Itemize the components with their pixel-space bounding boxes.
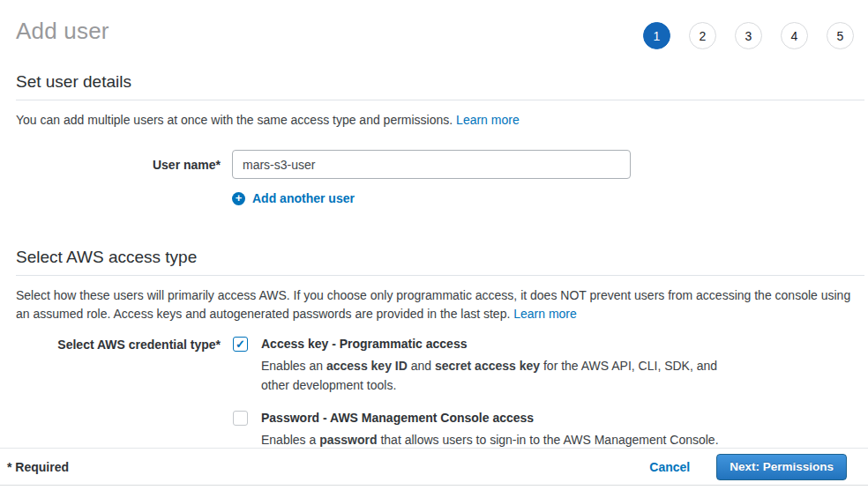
username-field-wrap	[232, 150, 631, 179]
step-1-indicator[interactable]: 1	[643, 22, 670, 49]
password-option-title: Password - AWS Management Console access	[261, 411, 719, 426]
username-input[interactable]	[232, 150, 631, 179]
wizard-header: Add user 1 2 3 4 5	[0, 0, 868, 49]
checkmark-icon: ✓	[236, 338, 245, 350]
desc-segment: and	[408, 359, 435, 373]
select-access-type-heading: Select AWS access type	[16, 248, 864, 276]
access-key-checkbox[interactable]: ✓	[233, 337, 248, 352]
credential-options: ✓ Access key - Programmatic access Enabl…	[233, 337, 737, 449]
wizard-footer: * Required Cancel Next: Permissions	[0, 448, 868, 486]
desc-segment-bold: password	[319, 433, 377, 447]
step-5-indicator[interactable]: 5	[827, 22, 854, 49]
user-details-intro-text: You can add multiple users at once with …	[16, 113, 453, 127]
cancel-button[interactable]: Cancel	[649, 460, 690, 474]
credential-type-label: Select AWS credential type*	[16, 337, 221, 449]
set-user-details-heading: Set user details	[16, 72, 864, 100]
access-key-option-body: Access key - Programmatic access Enables…	[261, 337, 737, 395]
access-type-learn-more-link[interactable]: Learn more	[513, 307, 577, 321]
username-label: User name*	[16, 150, 221, 179]
password-option: ✓ Password - AWS Management Console acce…	[233, 411, 737, 449]
password-option-body: Password - AWS Management Console access…	[261, 411, 719, 449]
wizard-step-indicator: 1 2 3 4 5	[643, 22, 854, 49]
step-4-indicator[interactable]: 4	[781, 22, 808, 49]
access-key-option: ✓ Access key - Programmatic access Enabl…	[233, 337, 737, 395]
desc-segment-bold: access key ID	[326, 359, 408, 373]
step-3-indicator[interactable]: 3	[735, 22, 762, 49]
add-user-wizard-page: Add user 1 2 3 4 5 Set user details You …	[0, 0, 868, 490]
username-form-row: User name*	[16, 150, 864, 179]
password-checkbox[interactable]: ✓	[233, 411, 248, 426]
access-key-option-title: Access key - Programmatic access	[261, 337, 737, 352]
password-option-desc: Enables a password that allows users to …	[261, 430, 719, 449]
desc-segment: Enables an	[261, 359, 326, 373]
desc-segment: Enables a	[261, 433, 319, 447]
required-note: * Required	[7, 460, 69, 474]
user-details-intro: You can add multiple users at once with …	[16, 111, 856, 130]
wizard-content: Set user details You can add multiple us…	[0, 72, 868, 449]
desc-segment: that allows users to sign-in to the AWS …	[378, 433, 719, 447]
footer-actions: Cancel Next: Permissions	[649, 454, 847, 480]
add-another-user-label: Add another user	[252, 191, 355, 205]
user-details-learn-more-link[interactable]: Learn more	[456, 113, 520, 127]
access-key-option-desc: Enables an access key ID and secret acce…	[261, 356, 737, 395]
next-permissions-button[interactable]: Next: Permissions	[716, 454, 847, 480]
add-another-user-button[interactable]: + Add another user	[232, 191, 864, 205]
page-title: Add user	[16, 18, 109, 45]
access-type-intro: Select how these users will primarily ac…	[16, 286, 856, 323]
step-2-indicator[interactable]: 2	[689, 22, 716, 49]
access-type-intro-text: Select how these users will primarily ac…	[16, 288, 850, 321]
desc-segment-bold: secret access key	[435, 359, 540, 373]
credential-type-form-row: Select AWS credential type* ✓ Access key…	[16, 337, 864, 449]
plus-circle-icon: +	[232, 192, 245, 205]
